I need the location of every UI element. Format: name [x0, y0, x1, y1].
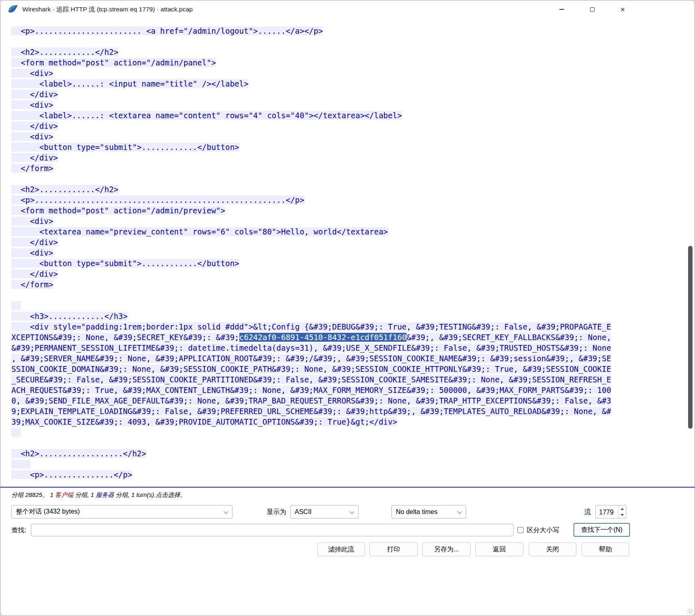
stream-line: </div>: [11, 237, 695, 247]
stream-line: </form>: [11, 279, 695, 290]
save-as-button[interactable]: 另存为...: [422, 542, 471, 556]
chevron-down-icon: [350, 509, 354, 514]
stream-line: [11, 438, 695, 448]
stream-line: <form method="post" action="/admin/previ…: [11, 205, 695, 216]
stream-line: [11, 174, 695, 184]
stream-text-area[interactable]: <p>....................... <a href="/adm…: [0, 18, 695, 487]
stream-line: <div>: [11, 100, 695, 110]
show-as-label: 显示为: [267, 505, 286, 518]
help-button[interactable]: 帮助: [582, 542, 629, 556]
chevron-down-icon: [457, 509, 462, 514]
stream-number-value: 1779: [599, 505, 614, 519]
spinner-down-button[interactable]: [618, 512, 626, 518]
stream-line: </div>: [11, 269, 695, 279]
stream-line: &#39;PERMANENT_SESSION_LIFETIME&#39;: da…: [11, 343, 695, 353]
delta-times-select[interactable]: No delta times: [391, 505, 466, 518]
stream-line: <button type="submit">............</butt…: [11, 142, 695, 152]
stream-line: [11, 427, 695, 438]
close-dialog-button[interactable]: 关闭: [529, 542, 576, 556]
back-button[interactable]: 返回: [475, 542, 523, 556]
chevron-down-icon: [224, 509, 228, 514]
case-sensitive-checkbox[interactable]: [517, 527, 523, 533]
stream-line: _SECURE&#39;: False, &#39;SESSION_COOKIE…: [11, 374, 695, 385]
filter-out-stream-button[interactable]: 滤掉此流: [317, 542, 365, 556]
show-as-select[interactable]: ASCII: [290, 505, 358, 518]
minimize-button[interactable]: [552, 0, 571, 18]
stream-line: 9;EXPLAIN_TEMPLATE_LOADING&#39;: False, …: [11, 406, 695, 416]
stream-line: </div>: [11, 89, 695, 100]
stream-line: <label>......: <textarea name="content" …: [11, 110, 695, 121]
stream-line: [11, 290, 695, 300]
stream-line: <p>...............</p>: [11, 469, 695, 480]
spinner-down-icon: [621, 514, 624, 516]
spinner-up-button[interactable]: [618, 505, 626, 512]
conversation-direction-select[interactable]: 整个对话 (3432 bytes): [11, 505, 232, 518]
close-icon: ✕: [620, 7, 626, 13]
stream-line: <div style="padding:1rem;border:1px soli…: [11, 321, 695, 332]
stream-line: <h2>..................</h2>: [11, 448, 695, 459]
stream-line: <div>: [11, 247, 695, 258]
conversation-direction-value: 整个对话 (3432 bytes): [16, 508, 80, 516]
stream-status-text: 分组 28825。 1 客户端 分组, 1 服务器 分组, 1 turn(s).…: [11, 491, 186, 501]
stream-number-spinner[interactable]: 1779: [595, 505, 626, 518]
stream-line: <h2>............</h2>: [11, 47, 695, 57]
spinner-up-icon: [621, 508, 624, 510]
stream-line: [11, 459, 695, 469]
stream-line: <div>: [11, 131, 695, 142]
window-title: Wireshark · 追踪 HTTP 流 (tcp.stream eq 177…: [22, 0, 193, 18]
scrollbar-thumb[interactable]: [688, 246, 693, 429]
minimize-icon: [559, 9, 564, 10]
find-input[interactable]: [31, 524, 514, 536]
status-mid1: 分组, 1: [74, 491, 96, 498]
stream-line: <button type="submit">............</butt…: [11, 258, 695, 269]
status-prefix: 分组 28825。 1: [11, 491, 55, 498]
status-hint: 点击选择。: [156, 491, 186, 498]
stream-line: 39;MAX_COOKIE_SIZE&#39;: 4093, &#39;PROV…: [11, 416, 695, 427]
stream-line: <div>: [11, 68, 695, 78]
titlebar: Wireshark · 追踪 HTTP 流 (tcp.stream eq 177…: [0, 0, 695, 18]
stream-line: SSION_COOKIE_DOMAIN&#39;: None, &#39;SES…: [11, 364, 695, 374]
stream-line: [11, 36, 695, 47]
status-client-count: 客户端: [55, 491, 74, 498]
stream-lines: <p>....................... <a href="/adm…: [11, 26, 695, 480]
stream-line: <textarea name="preview_content" rows="6…: [11, 226, 695, 237]
delta-times-value: No delta times: [396, 508, 437, 516]
stream-line: <h3>............</h3>: [11, 311, 695, 321]
print-button[interactable]: 打印: [369, 542, 418, 556]
stream-line: <div>: [11, 216, 695, 226]
stream-line: <p>....................... <a href="/adm…: [11, 26, 695, 36]
status-server-count: 服务器: [96, 491, 114, 498]
stream-line: [11, 300, 695, 311]
stream-line: </div>: [11, 152, 695, 163]
stream-line: , &#39;SERVER_NAME&#39;: None, &#39;APPL…: [11, 353, 695, 364]
spinner-buttons: [618, 505, 626, 518]
stream-line: XCEPTIONS&#39;: None, &#39;SECRET_KEY&#3…: [11, 332, 695, 343]
vertical-scrollbar[interactable]: [688, 20, 693, 486]
stream-line: </div>: [11, 121, 695, 131]
selected-text: c6242af0-6891-4510-8432-e1cdf051f160: [239, 333, 407, 342]
case-sensitive-label: 区分大小写: [527, 524, 559, 536]
stream-line: <p>.....................................…: [11, 195, 695, 205]
maximize-button[interactable]: [583, 0, 602, 18]
stream-line: <h2>............</h2>: [11, 184, 695, 195]
maximize-icon: [590, 7, 595, 12]
close-button[interactable]: ✕: [613, 0, 632, 18]
stream-line: </form>: [11, 163, 695, 174]
stream-line: 0, &#39;SEND_FILE_MAX_AGE_DEFAULT&#39;: …: [11, 395, 695, 406]
resize-grip[interactable]: [688, 609, 693, 614]
stream-line: ACH_REQUEST&#39;: True, &#39;MAX_CONTENT…: [11, 385, 695, 395]
pane-divider: [0, 487, 695, 488]
show-as-value: ASCII: [295, 508, 312, 516]
stream-label: 流: [584, 505, 591, 518]
find-next-button[interactable]: 查找下一个(N): [573, 523, 630, 537]
status-mid2: 分组, 1 turn(s).: [114, 491, 156, 498]
wireshark-follow-stream-window: Wireshark · 追踪 HTTP 流 (tcp.stream eq 177…: [0, 0, 695, 616]
stream-line: <form method="post" action="/admin/panel…: [11, 57, 695, 68]
stream-line: <label>......: <input name="title" /></l…: [11, 78, 695, 89]
wireshark-icon: [8, 4, 18, 15]
find-label: 查找:: [11, 524, 26, 536]
